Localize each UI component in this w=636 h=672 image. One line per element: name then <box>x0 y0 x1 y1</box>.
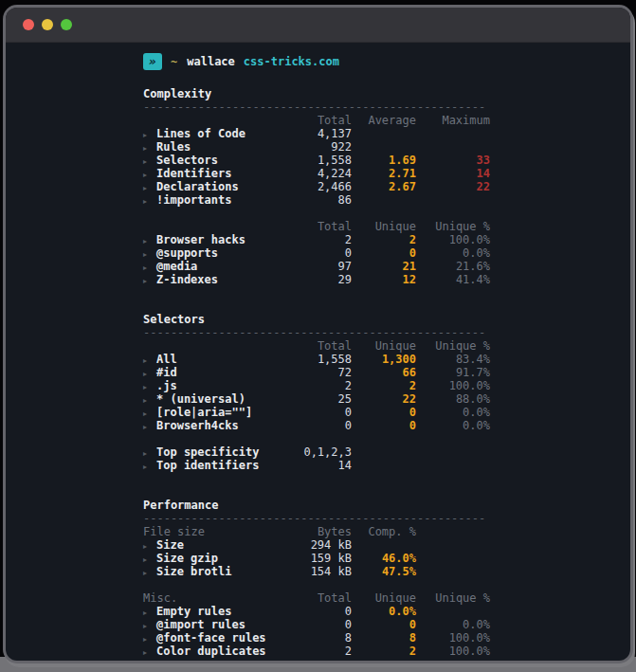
prompt-argument: css-tricks.com <box>244 55 339 68</box>
header-label-cell <box>143 114 276 127</box>
table-row: ▸Rules922 <box>143 140 490 154</box>
row-bullet-icon: ▸ <box>143 646 156 660</box>
table-row: ▸Browserh4cks000.0% <box>143 419 490 432</box>
row-label: Declarations <box>156 180 239 193</box>
header-label: File size <box>143 525 205 538</box>
section-separator: ----------------------------------------… <box>143 512 490 525</box>
table-row: ▸All1,5581,30083.4% <box>143 353 490 366</box>
report-table: TotalAverageMaximum▸Lines of Code4,137▸R… <box>143 114 490 207</box>
column-header: Unique % <box>416 220 490 233</box>
section-title: Selectors <box>143 313 490 326</box>
column-header: Unique <box>352 339 416 353</box>
prompt-path: ~ <box>171 55 177 68</box>
table-row: ▸@media972121.6% <box>143 260 490 273</box>
table-cell: 2 <box>352 645 416 660</box>
row-label: Size brotli <box>156 565 231 578</box>
table-row: ▸Color duplicates22100.0% <box>143 645 490 658</box>
row-label: .js <box>156 379 177 392</box>
table-row: ▸Size gzip159 kB46.0% <box>143 552 490 565</box>
table-row: ▸@import rules000.0% <box>143 618 490 631</box>
row-label: Browser hacks <box>156 233 245 246</box>
row-label: Empty rules <box>156 605 231 618</box>
row-label: Top specificity <box>156 445 259 459</box>
row-label-cell: ▸Z-indexes <box>143 273 276 288</box>
table-row: ▸Selectors1,5581.6933 <box>143 154 490 167</box>
report-table: ▸Top specificity0,1,2,3▸Top identifiers1… <box>143 445 490 472</box>
report-table: Misc.TotalUniqueUnique %▸Empty rules00.0… <box>143 591 490 658</box>
table-header-row: Misc.TotalUniqueUnique % <box>143 591 490 605</box>
table-row: ▸Empty rules00.0% <box>143 605 490 618</box>
section-title: Performance <box>143 499 490 512</box>
table-row: ▸Size294 kB <box>143 538 490 552</box>
report-section: Selectors-------------------------------… <box>143 313 490 472</box>
row-label: @media <box>156 260 197 273</box>
table-row: ▸#id726691.7% <box>143 366 490 379</box>
column-header: Bytes <box>276 525 352 538</box>
column-header: Unique <box>352 220 416 233</box>
table-header-row: File sizeBytesComp. % <box>143 525 490 538</box>
maximize-button[interactable] <box>61 19 72 30</box>
report-table: File sizeBytesComp. %▸Size294 kB▸Size gz… <box>143 525 490 578</box>
column-header: Total <box>276 339 352 353</box>
row-bullet-icon: ▸ <box>143 421 156 434</box>
minimize-button[interactable] <box>42 19 53 30</box>
row-label-cell: ▸Top identifiers <box>143 459 276 474</box>
row-label-cell: ▸Browserh4cks <box>143 419 276 434</box>
table-row: ▸Browser hacks22100.0% <box>143 233 490 246</box>
row-label: Size <box>156 538 184 552</box>
report-section: Complexity------------------------------… <box>143 87 490 286</box>
column-header <box>416 525 490 538</box>
header-label: Misc. <box>143 591 177 605</box>
close-button[interactable] <box>23 19 34 30</box>
prompt-command: wallace <box>187 55 235 68</box>
row-label: Browserh4cks <box>156 419 239 432</box>
column-header: Total <box>276 114 352 127</box>
row-label: Rules <box>156 140 191 154</box>
header-label-cell <box>143 339 276 353</box>
row-label: Identifiers <box>156 167 231 180</box>
table-cell: 86 <box>276 193 352 209</box>
table-row: ▸[role|aria=""]000.0% <box>143 406 490 419</box>
header-label-cell: File size <box>143 525 276 538</box>
table-cell: 0.0% <box>416 419 490 434</box>
row-label: * (universal) <box>156 392 245 406</box>
row-bullet-icon: ▸ <box>143 195 156 209</box>
row-label: @import rules <box>156 618 245 631</box>
column-header: Maximum <box>416 114 490 127</box>
terminal-content[interactable]: » ~ wallace css-tricks.com Complexity---… <box>6 43 490 658</box>
table-cell: 154 kB <box>276 565 352 580</box>
table-cell <box>416 565 490 580</box>
table-row: ▸Size brotli154 kB47.5% <box>143 565 490 578</box>
table-row: ▸Lines of Code4,137 <box>143 127 490 140</box>
table-row: ▸@supports000.0% <box>143 246 490 260</box>
prompt-line: » ~ wallace css-tricks.com <box>143 52 490 71</box>
column-header: Total <box>276 220 352 233</box>
table-cell <box>352 459 416 474</box>
row-label: Size gzip <box>156 552 218 565</box>
row-label: #id <box>156 366 177 379</box>
table-cell: 29 <box>276 273 352 288</box>
table-row: ▸Declarations2,4662.6722 <box>143 180 490 193</box>
table-header-row: TotalAverageMaximum <box>143 114 490 127</box>
section-separator: ----------------------------------------… <box>143 100 490 114</box>
row-label: Color duplicates <box>156 645 266 658</box>
section-separator: ----------------------------------------… <box>143 326 490 339</box>
report-output: Complexity------------------------------… <box>143 87 490 658</box>
table-cell <box>416 193 490 209</box>
table-row: ▸!importants86 <box>143 193 490 207</box>
window-titlebar[interactable] <box>6 8 630 43</box>
table-row: ▸Top specificity0,1,2,3 <box>143 445 490 459</box>
column-header: Unique <box>352 591 416 605</box>
row-label: All <box>156 353 177 366</box>
table-cell: 0 <box>352 419 416 434</box>
table-row: ▸Z-indexes291241.4% <box>143 273 490 286</box>
row-label: Lines of Code <box>156 127 245 140</box>
row-bullet-icon: ▸ <box>143 275 156 288</box>
table-row: ▸.js22100.0% <box>143 379 490 392</box>
table-cell: 0 <box>276 419 352 434</box>
header-label-cell <box>143 220 276 233</box>
report-table: TotalUniqueUnique %▸All1,5581,30083.4%▸#… <box>143 339 490 432</box>
row-label-cell: ▸Color duplicates <box>143 645 276 660</box>
row-bullet-icon: ▸ <box>143 461 156 474</box>
row-label-cell: ▸!importants <box>143 193 276 209</box>
